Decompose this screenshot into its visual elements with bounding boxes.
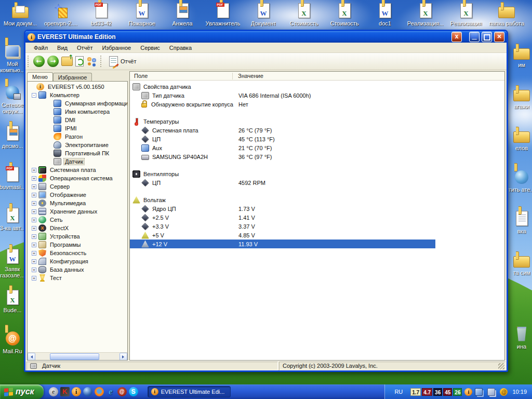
expander-icon[interactable]: + (32, 209, 36, 214)
table-row[interactable]: +5 V 4.85 V (130, 231, 435, 240)
quick-launch-icon[interactable] (72, 387, 81, 396)
minimize-button[interactable] (469, 32, 480, 42)
table-row[interactable] (130, 109, 435, 117)
table-row[interactable] (130, 187, 435, 195)
start-button[interactable]: пуск (0, 384, 44, 399)
desktop-icon[interactable]: openvpn-2.... (41, 2, 81, 26)
back-button[interactable] (33, 56, 45, 67)
tree-item[interactable]: + Отображение (28, 191, 127, 199)
tree-item[interactable]: Датчик (28, 157, 127, 166)
clock[interactable]: 10:19 (512, 389, 527, 395)
tray-icon[interactable] (464, 388, 472, 396)
tray-icon[interactable] (487, 388, 495, 396)
quick-launch-icon[interactable] (60, 387, 70, 396)
report-button[interactable]: Отчёт (106, 55, 139, 68)
close-button[interactable] (494, 32, 504, 42)
taskbar-task-button[interactable]: EVEREST Ultimate Edi... (148, 386, 231, 397)
expander-icon[interactable]: + (32, 176, 36, 181)
menu-item[interactable]: Избранное (98, 44, 135, 52)
expander-icon[interactable]: + (32, 193, 36, 197)
desktop-icon[interactable]: Реализация (446, 2, 486, 26)
tree-item[interactable]: Портативный ПК (28, 149, 127, 157)
desktop-icon[interactable]: Реализация... (405, 2, 446, 26)
table-row[interactable]: Обнаружено вскрытие корпуса Нет (130, 100, 435, 109)
table-row[interactable]: Вольтаж (130, 195, 435, 204)
desktop-icon[interactable]: bd33-42 (81, 2, 122, 26)
expander-icon[interactable]: + (32, 259, 36, 264)
tree-item[interactable]: + DirectX (28, 224, 127, 232)
tree-item[interactable]: + Хранение данных (28, 207, 127, 216)
tree-item[interactable]: + Программы (28, 241, 127, 249)
menu-item[interactable]: Сервис (136, 44, 164, 52)
tree-item[interactable]: + База данных (28, 265, 127, 274)
scroll-right-icon[interactable] (119, 353, 127, 361)
quick-launch-icon[interactable] (129, 387, 138, 396)
table-row[interactable]: SAMSUNG SP40A2H 36 °C (97 °F) (130, 152, 435, 161)
quick-launch-icon[interactable] (106, 387, 115, 396)
table-row[interactable]: Ядро ЦП 1.73 V (130, 204, 435, 213)
tab[interactable]: Меню (27, 72, 53, 82)
tree-item[interactable]: + Устройства (28, 232, 127, 241)
column-value[interactable]: Значение (232, 73, 504, 79)
tree-item[interactable]: + Конфигурация (28, 257, 127, 265)
quick-launch-icon[interactable] (117, 387, 127, 396)
desktop-icon[interactable]: папка работа (486, 2, 527, 26)
table-row[interactable]: Системная плата 26 °C (79 °F) (130, 126, 435, 135)
tree-item[interactable]: + Тест (28, 274, 127, 282)
tree-item[interactable]: DMI (28, 116, 127, 124)
menu-item[interactable]: Файл (30, 44, 52, 52)
tray-icon[interactable] (475, 388, 483, 396)
menu-item[interactable]: Отчёт (73, 44, 97, 52)
scrollbar-thumb[interactable] (50, 353, 99, 360)
table-row[interactable]: Aux 21 °C (70 °F) (130, 143, 435, 152)
sensor-badge[interactable]: 26 (453, 388, 462, 396)
table-row[interactable] (130, 161, 435, 169)
menu-item[interactable]: Вид (53, 44, 72, 52)
table-row[interactable]: +12 V 11.93 V (130, 240, 435, 248)
language-indicator[interactable]: RU (391, 388, 406, 396)
tree-item[interactable]: + Мультимедиа (28, 199, 127, 207)
expander-icon[interactable]: + (32, 276, 36, 281)
maximize-button[interactable] (482, 32, 492, 42)
desktop-icon[interactable]: Увлажнитель (203, 2, 243, 26)
tree-item[interactable]: IPMI (28, 124, 127, 132)
refresh-icon[interactable] (75, 56, 84, 66)
table-row[interactable]: ЦП 4592 RPM (130, 178, 435, 187)
expander-icon[interactable]: + (32, 251, 36, 256)
quick-launch-icon[interactable] (49, 387, 58, 396)
menu-item[interactable]: Справка (165, 44, 196, 52)
users-icon[interactable] (86, 56, 98, 66)
table-row[interactable]: Тип датчика VIA 686 Internal (ISA 6000h) (130, 91, 435, 100)
column-header[interactable]: Поле Значение (130, 72, 504, 81)
tree-item[interactable]: + Системная плата (28, 166, 127, 174)
table-row[interactable]: Температуры (130, 117, 435, 126)
table-row[interactable]: ЦП 45 °C (113 °F) (130, 135, 435, 143)
tree-item[interactable]: Имя компьютера (28, 108, 127, 116)
expander-icon[interactable]: + (32, 243, 36, 247)
resize-grip[interactable] (498, 363, 504, 369)
expander-icon[interactable]: - (32, 93, 36, 98)
table-row[interactable]: +2.5 V 1.41 V (130, 213, 435, 222)
tree-item[interactable]: - Компьютер (28, 91, 127, 99)
desktop-icon[interactable]: doc1 (365, 2, 405, 26)
table-row[interactable]: Вентиляторы (130, 169, 435, 178)
tree-item[interactable]: + Сеть (28, 216, 127, 224)
tree-item[interactable]: Разгон (28, 132, 127, 141)
tray-icon[interactable] (500, 388, 508, 396)
expander-icon[interactable]: + (32, 218, 36, 222)
close-to-tray-button[interactable] (451, 32, 462, 42)
sensor-badge[interactable]: 36 (433, 388, 442, 396)
tree-item[interactable]: + Операционная система (28, 174, 127, 182)
desktop-icon[interactable]: Анжела (162, 2, 203, 26)
scroll-left-icon[interactable] (28, 353, 35, 361)
desktop-icon[interactable]: Мои докум... (0, 2, 41, 26)
title-bar[interactable]: EVEREST Ultimate Edition (25, 31, 507, 43)
sensor-badge[interactable]: 45 (443, 388, 452, 396)
expander-icon[interactable]: + (32, 184, 36, 189)
sensor-badge[interactable]: 4.7 (422, 388, 432, 396)
sensor-badge[interactable]: 1.7 (410, 388, 421, 396)
tree-item[interactable]: EVEREST v5.00.1650 (28, 83, 127, 91)
forward-button[interactable] (47, 56, 59, 67)
expander-icon[interactable]: + (32, 268, 36, 272)
expander-icon[interactable]: + (32, 234, 36, 239)
